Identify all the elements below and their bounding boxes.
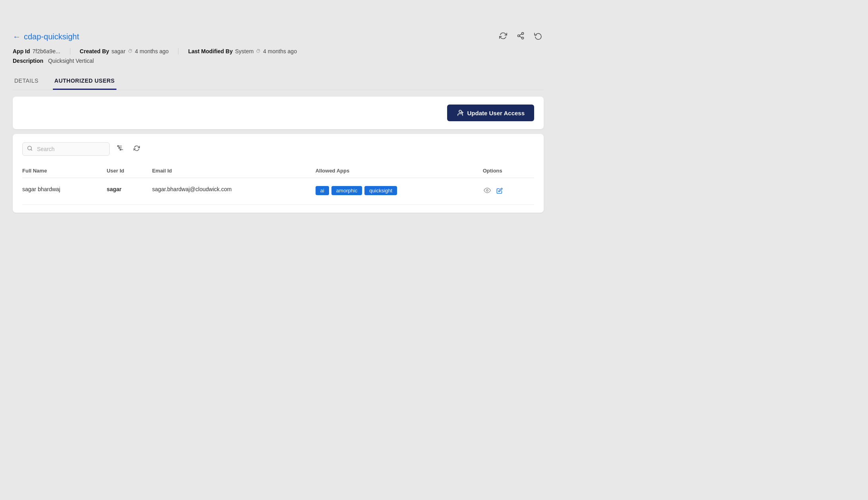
cell-options bbox=[483, 178, 534, 205]
svg-line-9 bbox=[31, 149, 32, 151]
svg-point-18 bbox=[486, 190, 488, 192]
table-header-row: Full Name User Id Email Id Allowed Apps bbox=[22, 164, 534, 178]
edit-button[interactable] bbox=[496, 187, 504, 196]
action-bar: Update User Access bbox=[13, 97, 544, 129]
search-bar-row bbox=[22, 142, 534, 156]
header-icons bbox=[498, 30, 544, 43]
cell-allowed-apps: aiamorphicquicksight bbox=[316, 178, 483, 205]
description-label: Description bbox=[13, 58, 43, 64]
last-modified-label: Last Modified By bbox=[188, 48, 232, 54]
content-area: Update User Access bbox=[13, 97, 544, 213]
col-allowed-apps: Allowed Apps bbox=[316, 164, 483, 178]
last-modified-meta: Last Modified By System ⏱ 4 months ago bbox=[178, 48, 306, 54]
tab-authorized-users[interactable]: AUTHORIZED USERS bbox=[53, 74, 116, 90]
update-user-access-button[interactable]: Update User Access bbox=[447, 105, 534, 121]
search-input[interactable] bbox=[22, 142, 110, 156]
history-icon-button[interactable] bbox=[533, 30, 544, 43]
created-by-label: Created By bbox=[80, 48, 109, 54]
app-id-label: App Id bbox=[13, 48, 30, 54]
modified-clock-icon: ⏱ bbox=[256, 48, 261, 54]
col-options: Options bbox=[483, 164, 534, 178]
cell-user-id: sagar bbox=[107, 178, 152, 205]
tab-details[interactable]: DETAILS bbox=[13, 74, 40, 90]
description-value: Quicksight Vertical bbox=[48, 58, 94, 64]
app-id-meta: App Id 7f2b6a9e... bbox=[13, 48, 70, 54]
update-button-label: Update User Access bbox=[467, 110, 525, 116]
update-user-icon bbox=[457, 109, 464, 116]
col-full-name: Full Name bbox=[22, 164, 107, 178]
description-row: Description Quicksight Vertical bbox=[13, 58, 544, 64]
search-icon bbox=[27, 145, 33, 152]
app-tag: quicksight bbox=[364, 186, 397, 195]
svg-line-4 bbox=[519, 34, 522, 35]
last-modified-ago: 4 months ago bbox=[263, 48, 297, 54]
share-icon-button[interactable] bbox=[515, 30, 526, 43]
app-title: cdap-quicksight bbox=[24, 32, 79, 41]
last-modified-value: System bbox=[235, 48, 254, 54]
users-table: Full Name User Id Email Id Allowed Apps bbox=[22, 164, 534, 205]
table-refresh-button[interactable] bbox=[131, 143, 142, 155]
cell-email-id: sagar.bhardwaj@cloudwick.com bbox=[152, 178, 316, 205]
created-clock-icon: ⏱ bbox=[128, 48, 133, 54]
table-card: Full Name User Id Email Id Allowed Apps bbox=[13, 134, 544, 213]
back-link[interactable]: ← cdap-quicksight bbox=[13, 32, 79, 41]
app-tag: ai bbox=[316, 186, 329, 195]
back-arrow-icon: ← bbox=[13, 32, 21, 41]
meta-row: App Id 7f2b6a9e... Created By sagar ⏱ 4 … bbox=[13, 48, 544, 54]
view-button[interactable] bbox=[483, 186, 492, 196]
svg-line-3 bbox=[519, 36, 522, 37]
created-by-value: sagar bbox=[112, 48, 126, 54]
search-wrapper bbox=[22, 142, 110, 156]
svg-point-5 bbox=[459, 110, 461, 112]
created-ago: 4 months ago bbox=[135, 48, 169, 54]
app-id-value: 7f2b6a9e... bbox=[33, 48, 60, 54]
tabs-row: DETAILS AUTHORIZED USERS bbox=[13, 74, 544, 90]
app-tag: amorphic bbox=[331, 186, 362, 195]
cell-full-name: sagar bhardwaj bbox=[22, 178, 107, 205]
col-email-id: Email Id bbox=[152, 164, 316, 178]
col-user-id: User Id bbox=[107, 164, 152, 178]
refresh-icon-button[interactable] bbox=[498, 30, 509, 43]
filter-button[interactable] bbox=[114, 142, 126, 156]
table-row: sagar bhardwajsagarsagar.bhardwaj@cloudw… bbox=[22, 178, 534, 205]
created-by-meta: Created By sagar ⏱ 4 months ago bbox=[70, 48, 178, 54]
